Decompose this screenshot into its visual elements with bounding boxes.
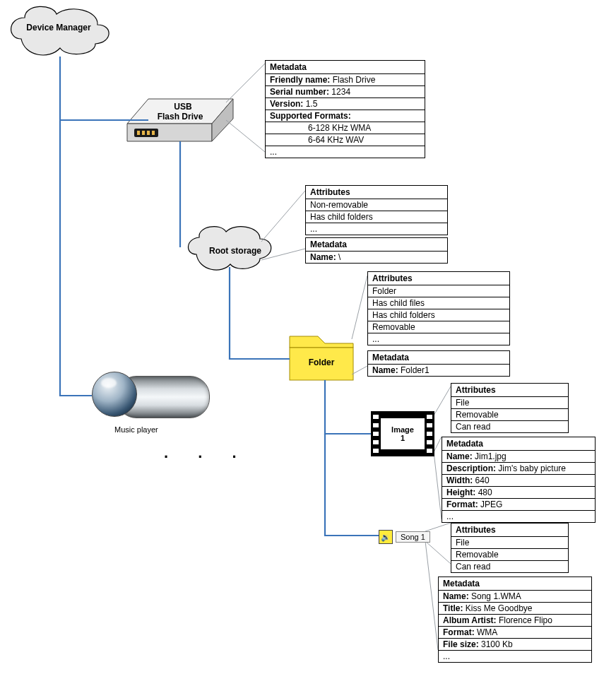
device-manager-cloud xyxy=(11,6,109,55)
image-attr-header: Attributes xyxy=(451,384,568,397)
svg-line-19 xyxy=(425,541,451,564)
svg-rect-7 xyxy=(152,131,155,135)
folder-attr-box: Attributes Folder Has child files Has ch… xyxy=(367,271,510,345)
image-meta-header: Metadata xyxy=(442,437,595,451)
song-attr-header: Attributes xyxy=(451,524,568,537)
root-attr-header: Attributes xyxy=(306,186,447,199)
image-node: Image1 xyxy=(371,411,434,456)
song-node: 🔉 Song 1 xyxy=(379,530,430,544)
root-meta-box: Metadata Name: \ xyxy=(305,237,448,264)
music-player-node xyxy=(92,372,215,421)
song-meta-header: Metadata xyxy=(439,577,591,591)
svg-rect-8 xyxy=(290,348,353,380)
root-meta-header: Metadata xyxy=(306,238,447,252)
svg-rect-6 xyxy=(147,131,150,135)
folder-meta-header: Metadata xyxy=(368,351,509,365)
song-attr-box: Attributes File Removable Can read xyxy=(451,523,569,573)
svg-line-16 xyxy=(434,437,442,452)
folder-attr-header: Attributes xyxy=(368,272,509,285)
svg-line-20 xyxy=(425,541,438,650)
svg-line-9 xyxy=(226,64,265,102)
song-label: Song 1 xyxy=(396,531,430,543)
folder-meta-box: Metadata Name: Folder1 xyxy=(367,350,510,377)
usb-meta-header: Metadata xyxy=(266,61,425,74)
music-player-label: Music player xyxy=(114,425,158,434)
svg-line-15 xyxy=(434,386,451,415)
svg-line-10 xyxy=(226,120,265,152)
image-attr-box: Attributes File Removable Can read xyxy=(451,383,569,433)
speaker-icon: 🔉 xyxy=(379,530,393,544)
root-storage-cloud xyxy=(188,227,271,270)
usb-metadata-box: Metadata Friendly name: Flash Drive Seri… xyxy=(265,60,425,158)
image-meta-box: Metadata Name: Jim1.jpg Description: Jim… xyxy=(442,437,596,523)
root-attr-box: Attributes Non-removable Has child folde… xyxy=(305,185,448,235)
folder-node xyxy=(290,336,353,380)
svg-line-11 xyxy=(261,191,305,242)
image-node-inner: Image1 xyxy=(381,418,425,449)
svg-rect-5 xyxy=(142,131,145,135)
svg-line-14 xyxy=(352,366,367,374)
svg-rect-4 xyxy=(137,131,140,135)
svg-line-17 xyxy=(434,452,442,519)
song-meta-box: Metadata Name: Song 1.WMA Title: Kiss Me… xyxy=(438,577,592,663)
svg-line-13 xyxy=(352,276,367,339)
ellipsis-dots: . . . xyxy=(164,444,249,462)
